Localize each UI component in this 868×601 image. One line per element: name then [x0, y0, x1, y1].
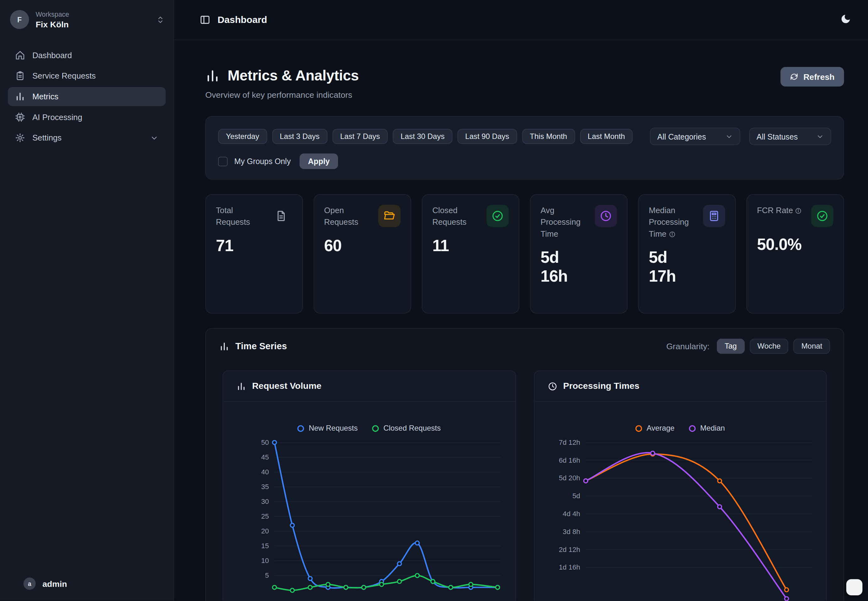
legend-item[interactable]: Closed Requests: [372, 424, 441, 433]
chevron-down-icon: [725, 133, 733, 140]
processing-times-chart-card: Processing Times AverageMedian 7d 12h6d …: [534, 371, 827, 601]
sidebar-item-dashboard[interactable]: Dashboard: [8, 46, 166, 65]
range-last-3-days-button[interactable]: Last 3 Days: [272, 129, 327, 144]
chart-title: Request Volume: [252, 381, 321, 391]
stat-card-closed-requests: Closed Requests 11: [422, 194, 519, 314]
svg-text:10: 10: [261, 557, 269, 564]
legend-swatch-icon: [298, 425, 304, 432]
my-groups-checkbox[interactable]: [218, 157, 227, 166]
workspace-switcher[interactable]: F Workspace Fix Köln: [0, 0, 174, 38]
range-yesterday-button[interactable]: Yesterday: [218, 129, 267, 144]
user-menu[interactable]: a admin: [0, 577, 174, 601]
sidebar: F Workspace Fix Köln Dashboard Service R…: [0, 0, 174, 601]
svg-text:40: 40: [261, 468, 269, 476]
stat-card-fcr-rate: FCR Rate 50.0%: [746, 194, 844, 314]
stat-label: FCR Rate: [757, 204, 802, 227]
refresh-label: Refresh: [803, 72, 834, 81]
status-select-value: All Statuses: [757, 132, 798, 141]
svg-text:7d 12h: 7d 12h: [559, 438, 580, 446]
topbar: Dashboard: [174, 0, 868, 40]
stat-value: 11: [432, 236, 509, 255]
topbar-title: Dashboard: [218, 14, 267, 26]
granularity-tag-button[interactable]: Tag: [717, 339, 745, 354]
sidebar-item-label: Dashboard: [32, 51, 72, 60]
stat-value: 5d 16h: [541, 248, 582, 286]
sidebar-item-ai-processing[interactable]: AI Processing: [8, 108, 166, 127]
sidebar-item-settings[interactable]: Settings: [8, 128, 166, 147]
theme-toggle-button[interactable]: [837, 10, 855, 29]
stats-row: Total Requests 71 Open Requests 60: [205, 194, 844, 314]
page-subtitle: Overview of key performance indicators: [205, 90, 359, 99]
stat-value: 60: [324, 236, 400, 255]
svg-text:5d 20h: 5d 20h: [559, 474, 580, 482]
svg-text:6d 16h: 6d 16h: [559, 456, 580, 464]
folder-icon: [378, 204, 401, 227]
stat-label: Total Requests: [216, 204, 265, 228]
svg-text:50: 50: [261, 438, 269, 446]
svg-text:1d 16h: 1d 16h: [559, 563, 580, 571]
stat-label: Median Processing Time: [649, 204, 698, 240]
status-select[interactable]: All Statuses: [749, 128, 831, 145]
bar-chart-icon: [237, 381, 246, 391]
category-select[interactable]: All Categories: [650, 128, 740, 145]
granularity-monat-button[interactable]: Monat: [793, 339, 830, 354]
bar-chart-icon: [219, 341, 229, 351]
home-icon: [15, 50, 25, 60]
stat-card-open-requests: Open Requests 60: [314, 194, 411, 314]
svg-text:25: 25: [261, 513, 269, 520]
range-last-7-days-button[interactable]: Last 7 Days: [332, 129, 388, 144]
time-series-panel: Time Series Granularity: Tag Woche Monat: [205, 328, 844, 601]
chevron-down-icon: [816, 133, 824, 140]
document-icon: [270, 204, 292, 227]
legend-item[interactable]: New Requests: [298, 424, 358, 433]
sidebar-item-service-requests[interactable]: Service Requests: [8, 66, 166, 85]
stat-label: Closed Requests: [432, 204, 482, 228]
chart-legend: AverageMedian: [550, 424, 810, 433]
processing-times-chart: 7d 12h6d 16h5d 20h5d4d 4h3d 8h2d 12h1d 1…: [550, 436, 810, 601]
workspace-name: Fix Köln: [36, 19, 149, 29]
granularity-woche-button[interactable]: Woche: [749, 339, 789, 354]
svg-text:45: 45: [261, 453, 269, 461]
svg-text:3d 8h: 3d 8h: [562, 528, 580, 535]
sidebar-item-metrics[interactable]: Metrics: [8, 87, 166, 106]
clock-icon: [595, 204, 617, 227]
svg-text:4d 4h: 4d 4h: [562, 510, 580, 518]
apply-button[interactable]: Apply: [300, 153, 338, 169]
workspace-label: Workspace: [36, 11, 149, 18]
cpu-icon: [15, 112, 25, 122]
chevrons-up-down-icon: [156, 15, 164, 24]
clock-icon: [547, 381, 557, 391]
range-this-month-button[interactable]: This Month: [522, 129, 575, 144]
svg-text:20: 20: [261, 527, 269, 535]
range-last-month-button[interactable]: Last Month: [580, 129, 633, 144]
range-last-30-days-button[interactable]: Last 30 Days: [393, 129, 452, 144]
stat-label: Avg Processing Time: [541, 204, 590, 240]
app: F Workspace Fix Köln Dashboard Service R…: [0, 0, 868, 601]
gear-icon: [15, 133, 25, 143]
filters-panel: Yesterday Last 3 Days Last 7 Days Last 3…: [205, 116, 844, 180]
refresh-button[interactable]: Refresh: [781, 67, 844, 87]
moon-icon: [840, 14, 851, 26]
stat-card-median-processing-time: Median Processing Time 5d 17h: [638, 194, 736, 314]
request-volume-chart-card: Request Volume New RequestsClosed Reques…: [222, 371, 516, 601]
sidebar-item-label: AI Processing: [32, 113, 82, 122]
sidebar-item-label: Service Requests: [32, 71, 96, 80]
chat-widget-button[interactable]: [846, 579, 862, 595]
legend-swatch-icon: [689, 425, 696, 432]
svg-text:30: 30: [261, 497, 269, 505]
panel-layout-icon: [199, 14, 210, 25]
calculator-icon: [703, 204, 725, 227]
sidebar-nav: Dashboard Service Requests Metrics AI Pr…: [0, 46, 174, 147]
svg-text:5: 5: [265, 572, 269, 579]
bar-chart-icon: [205, 68, 220, 83]
stat-value: 71: [216, 236, 292, 255]
range-last-90-days-button[interactable]: Last 90 Days: [457, 129, 517, 144]
svg-text:15: 15: [261, 542, 269, 550]
my-groups-label: My Groups Only: [235, 157, 291, 166]
chart-legend: New RequestsClosed Requests: [239, 424, 499, 433]
page-title: Metrics & Analytics: [227, 67, 359, 84]
legend-item[interactable]: Median: [689, 424, 725, 433]
legend-swatch-icon: [635, 425, 642, 432]
main: Dashboard Metrics & Analytics: [174, 0, 868, 601]
legend-item[interactable]: Average: [635, 424, 675, 433]
